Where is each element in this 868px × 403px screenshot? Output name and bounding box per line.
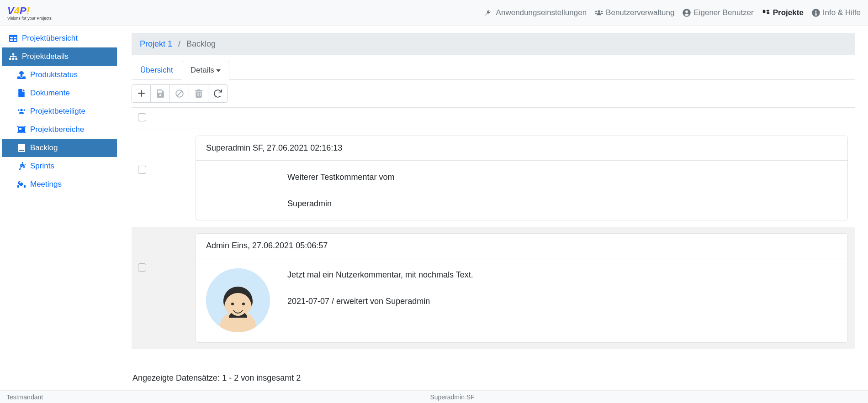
breadcrumb-current: Backlog [186, 39, 216, 48]
breadcrumb-project-link[interactable]: Projekt 1 [140, 39, 172, 48]
toolbar [132, 80, 855, 108]
breadcrumb: Projekt 1 / Backlog [132, 33, 855, 55]
table-row: Superadmin SF, 27.06.2021 02:16:13 Weite… [132, 129, 855, 227]
status-left: Testmandant [6, 393, 43, 401]
tab-details[interactable]: Details [182, 61, 229, 80]
comment-header: Superadmin SF, 27.06.2021 02:16:13 [196, 136, 847, 161]
save-button[interactable] [151, 84, 170, 103]
delete-button[interactable] [189, 84, 208, 103]
user-circle-icon [683, 9, 691, 17]
sidebar-item-sprints[interactable]: Sprints [2, 157, 117, 175]
sidebar-item-meetings[interactable]: Meetings [2, 175, 117, 194]
top-nav-links: Anwendungseinstellungen Benutzerverwaltu… [485, 8, 861, 17]
users-group-icon [17, 107, 26, 115]
tab-overview[interactable]: Übersicht [132, 61, 182, 79]
sidebar-item-participants[interactable]: Projektbeteiligte [2, 102, 117, 120]
sidebar-item-backlog[interactable]: Backlog [2, 139, 117, 157]
sidebar-item-product-status[interactable]: Produktstatus [2, 66, 117, 84]
plus-icon [137, 89, 145, 98]
tabs: Übersicht Details [132, 61, 855, 80]
nav-app-settings[interactable]: Anwendungseinstellungen [485, 8, 587, 17]
sidebar-item-documents[interactable]: Dokumente [2, 84, 117, 102]
comment-text: Jetzt mal ein Nutzerkommentar, mit nochm… [287, 268, 473, 332]
users-icon [595, 9, 603, 17]
svg-point-1 [231, 303, 234, 305]
book-icon [17, 144, 26, 152]
table-icon [9, 34, 17, 42]
top-navbar: V4P! Visions for your Projects Anwendung… [0, 0, 868, 26]
trash-icon [195, 89, 203, 98]
nav-projects[interactable]: Projekte [762, 8, 804, 17]
avatar [206, 268, 270, 332]
main-content: Projekt 1 / Backlog Übersicht Details [119, 26, 868, 390]
record-counter: Angezeigte Datensätze: 1 - 2 von insgesa… [132, 368, 855, 383]
comment-header: Admin Eins, 27.06.2021 05:06:57 [196, 234, 847, 258]
sidebar-item-project-overview[interactable]: Projektübersicht [2, 29, 117, 47]
status-center: Superadmin SF [430, 393, 474, 401]
ban-icon [175, 89, 184, 98]
upload-icon [17, 71, 26, 79]
comment-text: Weiterer Testkommentar vom Superadmin [287, 171, 394, 210]
object-group-icon [17, 126, 26, 134]
sitemap-icon [9, 52, 17, 61]
row-checkbox[interactable] [138, 166, 146, 174]
sidebar: Projektübersicht Projektdetails Produkts… [0, 26, 119, 390]
nav-own-user[interactable]: Eigener Benutzer [683, 8, 753, 17]
file-icon [17, 89, 26, 97]
cancel-button[interactable] [170, 84, 189, 103]
comment-card: Superadmin SF, 27.06.2021 02:16:13 Weite… [196, 136, 848, 220]
nav-info-help[interactable]: Info & Hilfe [812, 8, 861, 17]
brand-tagline: Visions for your Projects [7, 16, 52, 21]
svg-point-2 [242, 303, 245, 305]
wrench-icon [485, 9, 493, 17]
sidebar-item-project-areas[interactable]: Projektbereiche [2, 120, 117, 139]
brand-logo[interactable]: V4P! Visions for your Projects [7, 5, 52, 21]
select-all-checkbox[interactable] [138, 113, 146, 121]
running-icon [17, 162, 26, 170]
save-icon [156, 89, 164, 98]
redo-icon [214, 89, 222, 98]
info-circle-icon [812, 9, 820, 17]
table-header-row [132, 108, 855, 129]
status-bar: Testmandant Superadmin SF [0, 390, 868, 403]
comments-list[interactable]: Superadmin SF, 27.06.2021 02:16:13 Weite… [132, 129, 855, 368]
comment-card: Admin Eins, 27.06.2021 05:06:57 Jetzt ma… [196, 233, 848, 343]
sidebar-item-project-details[interactable]: Projektdetails [2, 47, 117, 66]
add-button[interactable] [132, 84, 151, 103]
chevron-down-icon [216, 69, 221, 72]
nav-user-management[interactable]: Benutzerverwaltung [595, 8, 674, 17]
row-checkbox[interactable] [138, 263, 146, 272]
project-diagram-icon [762, 9, 770, 17]
table-row: Admin Eins, 27.06.2021 05:06:57 Jetzt ma… [132, 227, 855, 349]
handshake-icon [17, 180, 26, 188]
refresh-button[interactable] [208, 84, 228, 103]
